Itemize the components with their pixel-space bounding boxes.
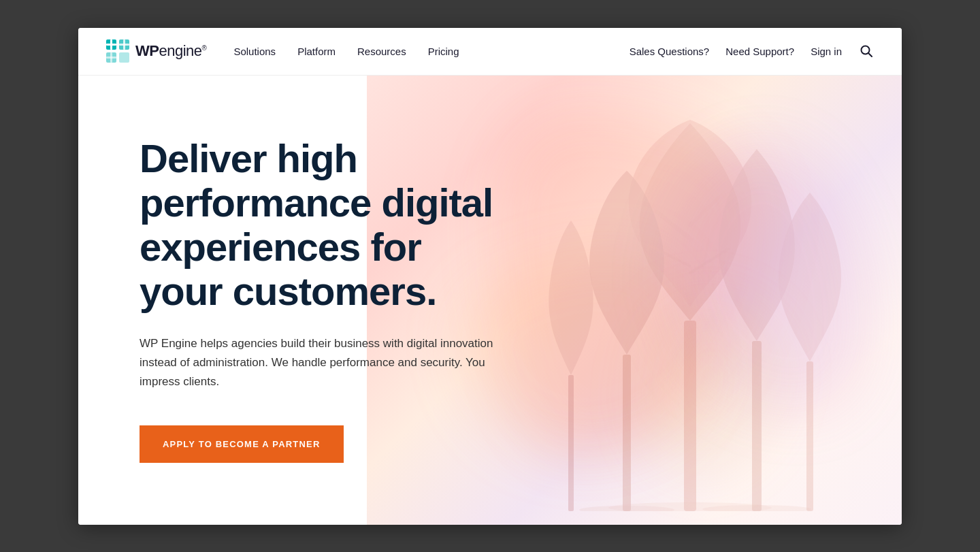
- logo[interactable]: WPengine®: [105, 39, 206, 63]
- logo-icon: [105, 39, 130, 63]
- apply-partner-button[interactable]: APPLY TO BECOME A PARTNER: [140, 425, 344, 463]
- nav-solutions[interactable]: Solutions: [233, 46, 276, 57]
- svg-rect-9: [106, 56, 116, 59]
- svg-rect-12: [684, 321, 696, 511]
- browser-window: WPengine® Solutions Platform Resources P…: [78, 28, 902, 525]
- nav-sales[interactable]: Sales Questions?: [630, 46, 710, 57]
- nav-pricing[interactable]: Pricing: [428, 46, 459, 57]
- nav-platform[interactable]: Platform: [297, 46, 336, 57]
- nav-resources[interactable]: Resources: [357, 46, 406, 57]
- svg-rect-15: [806, 361, 813, 511]
- svg-rect-5: [106, 44, 116, 46]
- nav-support[interactable]: Need Support?: [725, 46, 794, 57]
- svg-rect-14: [752, 341, 762, 511]
- nav-right: Sales Questions? Need Support? Sign in: [630, 43, 875, 59]
- hero-subtext: WP Engine helps agencies build their bus…: [140, 334, 514, 391]
- nav-links: Solutions Platform Resources Pricing: [233, 46, 629, 57]
- hero-tree-illustration: [521, 116, 861, 511]
- hero-content: Deliver high performance digital experie…: [78, 82, 541, 517]
- svg-rect-7: [119, 44, 129, 46]
- navbar: WPengine® Solutions Platform Resources P…: [78, 28, 902, 76]
- search-icon: [860, 45, 872, 57]
- svg-rect-16: [568, 375, 574, 511]
- svg-rect-13: [623, 355, 631, 511]
- svg-line-11: [868, 53, 872, 56]
- logo-text: WPengine®: [135, 42, 206, 60]
- hero-heading: Deliver high performance digital experie…: [140, 137, 514, 314]
- hero-section: Deliver high performance digital experie…: [78, 76, 902, 525]
- search-button[interactable]: [858, 43, 875, 59]
- svg-rect-3: [119, 52, 129, 63]
- nav-signin[interactable]: Sign in: [811, 46, 842, 57]
